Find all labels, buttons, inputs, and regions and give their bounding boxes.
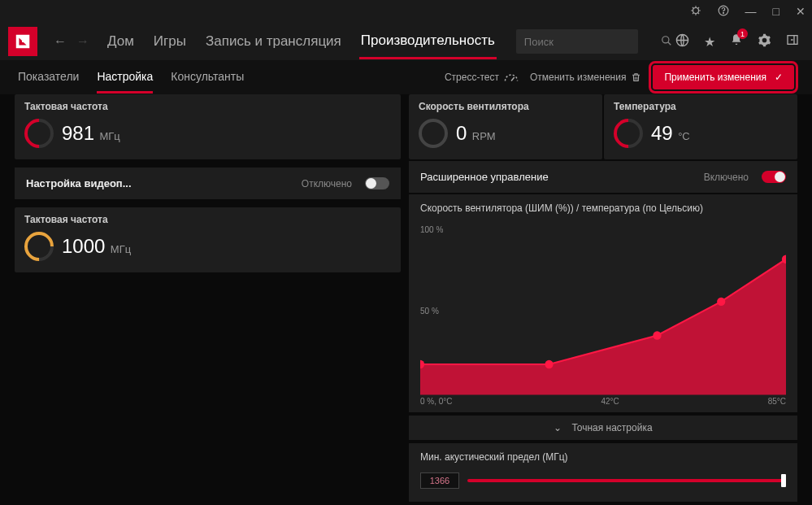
chart-title: Скорость вентилятора (ШИМ (%)) / темпера… bbox=[409, 194, 797, 222]
search-icon[interactable] bbox=[661, 35, 672, 49]
tab-home[interactable]: Дом bbox=[106, 25, 136, 58]
top-nav: ← → Дом Игры Запись и трансляция Произво… bbox=[0, 23, 812, 60]
advanced-label: Расширенное управление bbox=[420, 171, 704, 183]
maximize-icon[interactable]: □ bbox=[773, 5, 779, 18]
discard-label: Отменить изменения bbox=[530, 72, 626, 83]
acoustic-slider[interactable] bbox=[467, 479, 786, 482]
help-icon[interactable] bbox=[718, 5, 729, 19]
clock1-gauge bbox=[19, 113, 60, 155]
x-0: 0 %, 0°C bbox=[420, 397, 453, 406]
tab-performance[interactable]: Производительность bbox=[359, 24, 497, 59]
fan-value: 0 bbox=[456, 122, 467, 144]
advanced-toggle[interactable] bbox=[762, 171, 786, 183]
search-input[interactable] bbox=[524, 36, 661, 48]
y-50: 50 % bbox=[420, 307, 439, 316]
svg-point-10 bbox=[717, 298, 725, 306]
slider-knob[interactable] bbox=[781, 474, 786, 487]
stress-test-label: Стресс-тест bbox=[445, 72, 499, 83]
fine-tune-button[interactable]: ⌄Точная настройка bbox=[409, 416, 797, 440]
minimize-icon[interactable]: — bbox=[745, 5, 757, 18]
tab-games[interactable]: Игры bbox=[152, 25, 188, 58]
clock1-value: 981 bbox=[62, 122, 94, 144]
star-icon[interactable]: ★ bbox=[704, 34, 715, 50]
fan-gauge bbox=[419, 119, 448, 148]
temp-gauge bbox=[608, 113, 649, 155]
tab-streaming[interactable]: Запись и трансляция bbox=[204, 25, 343, 58]
x-1: 42°C bbox=[601, 397, 619, 406]
nav-forward-icon[interactable]: → bbox=[76, 34, 89, 49]
svg-point-9 bbox=[653, 331, 661, 339]
fine-tune-label: Точная настройка bbox=[571, 422, 652, 433]
svg-marker-6 bbox=[420, 259, 786, 395]
gear-icon[interactable] bbox=[758, 33, 771, 50]
clock2-gauge bbox=[19, 226, 60, 268]
stress-test-button[interactable]: Стресс-тест bbox=[445, 72, 519, 83]
bell-icon[interactable]: 1 bbox=[730, 33, 743, 50]
svg-point-2 bbox=[723, 12, 723, 13]
svg-point-3 bbox=[662, 36, 669, 42]
fan-label: Скорость вентилятора bbox=[409, 94, 602, 115]
chevron-down-icon: ⌄ bbox=[554, 422, 562, 433]
video-tuning-row: Настройка видеоп... Отключено bbox=[15, 168, 401, 199]
content: Тактовая частота 981 МГц Настройка видео… bbox=[0, 94, 812, 505]
clock-card-2: Тактовая частота 1000 МГц bbox=[15, 207, 401, 272]
right-column: Скорость вентилятора 0 RPM Температура 4… bbox=[409, 94, 797, 497]
subtab-advisors[interactable]: Консультанты bbox=[171, 62, 244, 94]
x-2: 85°C bbox=[768, 397, 786, 406]
trash-icon bbox=[631, 72, 641, 83]
apply-button[interactable]: Применить изменения ✓ bbox=[653, 65, 794, 89]
web-icon[interactable] bbox=[675, 33, 689, 50]
temp-unit: °C bbox=[678, 130, 690, 142]
temp-card: Температура 49 °C bbox=[604, 94, 797, 159]
panel-icon[interactable] bbox=[786, 33, 799, 50]
video-tuning-state: Отключено bbox=[302, 178, 352, 189]
advanced-row: Расширенное управление Включено bbox=[409, 161, 797, 193]
video-tuning-label: Настройка видеоп... bbox=[26, 177, 302, 189]
clock2-unit: МГц bbox=[111, 243, 131, 255]
clock2-label: Тактовая частота bbox=[15, 207, 401, 229]
left-column: Тактовая частота 981 МГц Настройка видео… bbox=[15, 94, 401, 497]
notif-badge: 1 bbox=[737, 28, 748, 39]
temp-label: Температура bbox=[604, 94, 797, 115]
chart-area[interactable]: 100 % 50 % bbox=[420, 225, 786, 395]
amd-logo[interactable] bbox=[8, 27, 37, 56]
svg-point-8 bbox=[545, 360, 553, 368]
subtab-tuning[interactable]: Настройка bbox=[97, 62, 153, 94]
video-tuning-toggle[interactable] bbox=[365, 177, 389, 189]
discard-button[interactable]: Отменить изменения bbox=[530, 72, 641, 83]
acoustic-card: Мин. акустический предел (МГц) 1366 bbox=[409, 443, 797, 502]
clock1-label: Тактовая частота bbox=[15, 94, 401, 115]
fan-card: Скорость вентилятора 0 RPM bbox=[409, 94, 602, 159]
subtab-metrics[interactable]: Показатели bbox=[18, 62, 79, 94]
clock1-unit: МГц bbox=[100, 130, 120, 142]
acoustic-value[interactable]: 1366 bbox=[420, 472, 459, 489]
check-icon: ✓ bbox=[775, 72, 783, 83]
clock-card-1: Тактовая частота 981 МГц bbox=[15, 94, 401, 159]
advanced-state: Включено bbox=[704, 172, 749, 183]
gauge-icon bbox=[504, 72, 519, 82]
titlebar: — □ ✕ bbox=[0, 0, 812, 23]
y-100: 100 % bbox=[420, 225, 443, 234]
search-box[interactable] bbox=[516, 29, 638, 54]
sub-nav: Показатели Настройка Консультанты Стресс… bbox=[0, 60, 812, 94]
bug-icon[interactable] bbox=[690, 5, 701, 19]
fan-unit: RPM bbox=[472, 130, 496, 142]
fan-curve-chart[interactable] bbox=[420, 225, 786, 395]
nav-back-icon[interactable]: ← bbox=[54, 34, 67, 49]
clock2-value: 1000 bbox=[62, 235, 105, 257]
acoustic-label: Мин. акустический предел (МГц) bbox=[420, 451, 786, 463]
apply-label: Применить изменения bbox=[664, 72, 766, 83]
fan-curve-card: Скорость вентилятора (ШИМ (%)) / темпера… bbox=[409, 194, 797, 412]
close-icon[interactable]: ✕ bbox=[796, 5, 805, 18]
temp-value: 49 bbox=[651, 122, 673, 144]
